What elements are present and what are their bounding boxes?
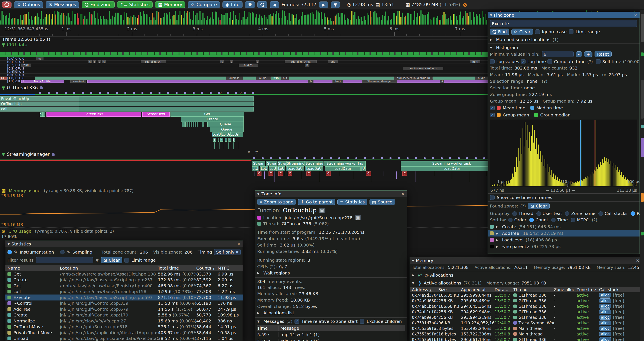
collapsed-marker-icon[interactable]: ▽: [220, 91, 222, 95]
zone-bar[interactable]: |~: [233, 138, 235, 142]
zone-bar[interactable]: [197, 122, 198, 127]
zone-bar[interactable]: C: [402, 171, 407, 176]
stats-table-row[interactable]: PrivateTouchMovejni/../jni/src/claw/appl…: [5, 330, 243, 336]
memory-col-header[interactable]: Thread: [513, 287, 554, 292]
zone-bar[interactable]: LoUp: [230, 132, 238, 137]
zone-bar[interactable]: [43, 112, 46, 117]
zone-bar[interactable]: C: [366, 171, 371, 176]
memory-table-row[interactable]: 0x74a9d37040186.35 KB295,999,844ns13:50.…: [410, 292, 642, 298]
zone-bar[interactable]: [189, 122, 190, 127]
stats-col-header[interactable]: Total time: [158, 265, 196, 271]
zone-bar[interactable]: Streaming worker task: [401, 161, 502, 166]
alloc-callstack-button[interactable]: alloc: [599, 298, 612, 303]
zone-bar[interactable]: [195, 122, 196, 127]
stats-table-row[interactable]: Get/mnt/e/claw/src/claw/base/Registry.hp…: [5, 283, 243, 289]
funnel-icon[interactable]: ▼: [96, 258, 99, 263]
zone-bar[interactable]: (: [220, 138, 223, 142]
zone-bar[interactable]: [191, 122, 192, 127]
histogram-expander[interactable]: ▼Histogram: [488, 44, 640, 51]
alloc-callstack-button[interactable]: alloc: [599, 337, 612, 341]
stats-table-row[interactable]: Executejni/../jni/src/claw/base/LuaScrip…: [5, 294, 243, 300]
zone-bar[interactable]: |~: [225, 138, 227, 142]
zone-bar[interactable]: [187, 122, 188, 127]
message-row[interactable]: 5.59 smip 11 w 1 h 1 (1): [255, 331, 407, 338]
allocations-section-expander[interactable]: ▶@@ Allocations: [410, 272, 642, 278]
alloc-callstack-button[interactable]: alloc: [599, 293, 612, 297]
zone-info-titlebar[interactable]: ▼Zone info ×: [255, 191, 407, 197]
log-values-checkbox[interactable]: [490, 59, 494, 64]
go-to-parent-button[interactable]: ↑Go to parent: [298, 199, 335, 205]
zone-bar[interactable]: LoiUp: [222, 132, 230, 137]
zone-bar[interactable]: (: [202, 122, 204, 127]
zoom-to-zone-button[interactable]: ⌖Zoom to zone: [257, 199, 296, 205]
increment-button[interactable]: +: [584, 51, 592, 57]
instrumentation-radio[interactable]: [8, 250, 12, 254]
zone-bar[interactable]: Get: [170, 112, 244, 117]
zone-bar[interactable]: Queue: [210, 127, 244, 132]
zone-bar[interactable]: U: [362, 166, 366, 171]
glthread-header[interactable]: ▼GLThread 336: [2, 85, 42, 90]
zone-location[interactable]: jni/../jni/src/guif/Screen.cpp:278: [285, 215, 352, 220]
zone-bar[interactable]: C: [278, 171, 283, 176]
stats-table-row[interactable]: Createjni/../jni/src/claw/base/LuaScript…: [5, 277, 243, 283]
sampling-radio[interactable]: [60, 250, 64, 254]
time-radio[interactable]: [551, 218, 556, 222]
stats-table-row[interactable]: Createjni/../jni/src/guif/Control.cpp:17…: [5, 312, 243, 318]
memory-col-header[interactable]: Dura...: [494, 287, 513, 292]
main-scrollbar[interactable]: [640, 10, 644, 341]
statistics-titlebar[interactable]: ▼Statistics ×: [5, 241, 243, 247]
statistics-button[interactable]: ≡Statistics: [337, 199, 367, 205]
zone-bar[interactable]: LoadData: [401, 166, 502, 171]
zone-bar[interactable]: [238, 132, 243, 137]
streamingmanager-header[interactable]: ▼StreamingManager: [2, 152, 54, 157]
user-text-radio[interactable]: [536, 211, 541, 216]
find-zone-search-input[interactable]: Execute: [490, 20, 638, 27]
copy-icon[interactable]: ▣: [354, 215, 361, 220]
zone-bar[interactable]: LoU: [260, 166, 268, 171]
order-radio[interactable]: [508, 218, 512, 222]
show-zone-time-checkbox[interactable]: [490, 195, 494, 200]
stats-col-header[interactable]: Counts▼: [196, 265, 218, 271]
stats-table-row[interactable]: Unloadjni/../jni/src/claw/graphics/pixel…: [5, 336, 243, 341]
clear-button[interactable]: ⊘Clear: [512, 29, 533, 35]
memory-col-header[interactable]: Zone alloc: [554, 287, 576, 292]
memory-col-header[interactable]: Appeared at: [461, 287, 494, 292]
zone-bar[interactable]: C: [268, 171, 273, 176]
zone-bar[interactable]: Strea: [278, 161, 286, 166]
zone-bar[interactable]: Strean: [252, 161, 265, 166]
zone-bar[interactable]: Streaming: [305, 161, 324, 166]
copy-icon[interactable]: ▣: [319, 208, 326, 213]
memory-col-header[interactable]: Call stack: [599, 287, 629, 292]
call-stacks-radio[interactable]: [598, 211, 603, 216]
reset-button[interactable]: Reset: [594, 51, 612, 57]
messages-expander[interactable]: ▼Messages (3) Time relative to zone star…: [255, 318, 407, 324]
zone-bar[interactable]: C: [288, 171, 292, 176]
count-radio[interactable]: [529, 218, 534, 222]
time-relative-checkbox[interactable]: [294, 319, 299, 324]
wait-regions-expander[interactable]: ▶Wait regions: [255, 270, 407, 276]
close-icon[interactable]: ×: [401, 191, 405, 196]
memory-col-header[interactable]: Zone free: [576, 287, 599, 292]
zone-bar[interactable]: [218, 138, 219, 142]
memory-table-row[interactable]: 0x7531d7b04096 KB1:10 234,952,16112:40.7…: [410, 320, 642, 326]
memory-col-header[interactable]: Address▲: [412, 287, 438, 292]
zone-bar[interactable]: LoadDaU: [286, 166, 304, 171]
find-zone-histogram[interactable]: 1 μs10 μs100 μs: [490, 120, 638, 187]
alloc-callstack-button[interactable]: alloc: [599, 315, 612, 320]
zone-bar[interactable]: ScreenText: [142, 112, 170, 117]
zone-bar[interactable]: LtU: [252, 166, 258, 171]
stats-table-row[interactable]: ~Controljni/../jni/src/guif/Control.cpp:…: [5, 300, 243, 306]
mtpc-radio[interactable]: [571, 218, 575, 222]
zone-bar[interactable]: Strea: [266, 161, 278, 166]
memory-col-header[interactable]: Size: [438, 287, 461, 292]
alloc-callstack-button[interactable]: alloc: [599, 309, 612, 314]
zone-bar[interactable]: [193, 122, 194, 127]
clear-found-button[interactable]: ⊠Clear: [528, 203, 550, 209]
memory-table-row[interactable]: 0x7553b9fa508 bytes153,492,240ns13:50.8M…: [410, 326, 642, 331]
filter-input[interactable]: [36, 257, 93, 263]
parent-radio[interactable]: [630, 211, 635, 216]
found-zone-row[interactable]: ▶LoadLevel(18) 406.88 μs: [488, 236, 640, 243]
allocations-list-expander[interactable]: ▶Allocations list: [255, 310, 407, 316]
thread-radio[interactable]: [512, 211, 517, 216]
zone-bar[interactable]: (: [228, 138, 232, 142]
